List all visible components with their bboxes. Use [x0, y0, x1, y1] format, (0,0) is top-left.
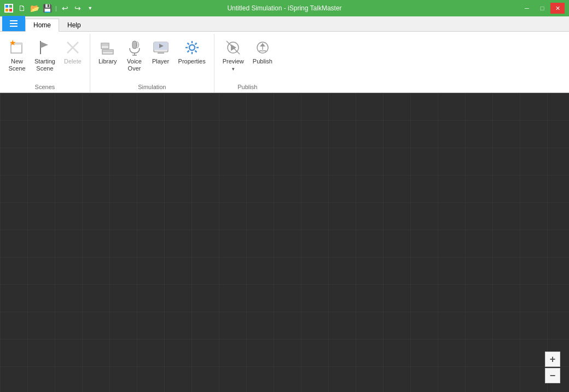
svg-marker-11 [40, 42, 48, 48]
svg-line-31 [195, 51, 196, 52]
svg-rect-1 [9, 5, 12, 8]
redo-button[interactable]: ↪ [72, 3, 83, 14]
new-scene-icon: ★ [8, 39, 26, 56]
window-title: Untitled Simulation - iSpring TalkMaster [227, 4, 341, 12]
preview-icon [224, 39, 242, 56]
svg-line-32 [195, 43, 196, 45]
library-label: Library [98, 58, 117, 65]
quick-access-toolbar: 🗋 📂 💾 | ↩ ↪ ▼ [16, 3, 96, 14]
app-icon [4, 4, 13, 13]
save-button[interactable]: 💾 [42, 3, 53, 14]
flag-icon [36, 39, 54, 56]
simulation-group: Library VoiceOver [90, 34, 214, 92]
preview-dropdown-arrow: ▼ [231, 67, 235, 72]
new-scene-label: NewScene [8, 58, 25, 72]
preview-button[interactable]: Preview ▼ [219, 36, 248, 73]
svg-rect-2 [5, 9, 8, 11]
grid-background [0, 93, 569, 392]
simulation-group-label: Simulation [94, 83, 211, 92]
svg-line-30 [187, 43, 189, 45]
open-button[interactable]: 📂 [29, 3, 40, 14]
minimize-button[interactable]: ─ [520, 3, 534, 14]
titlebar-left: 🗋 📂 💾 | ↩ ↪ ▼ [4, 3, 96, 14]
library-button[interactable]: Library [95, 36, 121, 73]
new-file-button[interactable]: 🗋 [16, 3, 27, 14]
undo-button[interactable]: ↩ [60, 3, 71, 14]
svg-point-25 [189, 45, 195, 50]
svg-rect-3 [9, 9, 12, 11]
delete-button[interactable]: Delete [60, 36, 85, 73]
canvas-area[interactable] [0, 93, 569, 392]
starting-scene-button[interactable]: StartingScene [31, 36, 59, 73]
publish-button[interactable]: Publish [249, 36, 276, 73]
delete-icon [64, 39, 82, 56]
publish-group-label: Publish [218, 83, 277, 92]
zoom-in-button[interactable]: + [545, 352, 560, 367]
svg-rect-6 [10, 26, 18, 27]
svg-rect-18 [132, 41, 137, 49]
zoom-controls: + − [545, 352, 560, 383]
publish-label: Publish [253, 58, 272, 65]
voice-over-label: VoiceOver [127, 58, 142, 72]
simulation-items: Library VoiceOver [94, 34, 211, 83]
main-content: + − [0, 93, 569, 392]
window-controls: ─ □ ✕ [520, 3, 565, 14]
ribbon: ★ NewScene StartingScene [0, 32, 569, 93]
properties-button[interactable]: Properties [175, 36, 210, 73]
player-button[interactable]: Player [148, 36, 173, 73]
scenes-group: ★ NewScene StartingScene [0, 34, 90, 92]
svg-rect-15 [101, 43, 109, 45]
titlebar: 🗋 📂 💾 | ↩ ↪ ▼ Untitled Simulation - iSpr… [0, 0, 569, 16]
preview-label: Preview [223, 58, 244, 65]
restore-button[interactable]: □ [535, 3, 549, 14]
publish-icon [254, 39, 271, 56]
scenes-items: ★ NewScene StartingScene [3, 34, 86, 83]
player-icon [152, 39, 170, 56]
svg-rect-0 [5, 5, 8, 8]
zoom-out-button[interactable]: − [545, 368, 560, 383]
home-tab[interactable]: Home [25, 19, 59, 32]
quick-access-dropdown[interactable]: ▼ [85, 3, 96, 14]
ribbon-tabs: Home Help [0, 16, 569, 32]
voice-over-button[interactable]: VoiceOver [122, 36, 147, 73]
publish-items: Preview ▼ Publish [218, 34, 277, 83]
svg-rect-4 [10, 20, 18, 21]
svg-marker-39 [260, 43, 265, 46]
new-scene-button[interactable]: ★ NewScene [4, 36, 30, 73]
svg-text:★: ★ [9, 39, 16, 47]
delete-label: Delete [64, 58, 82, 65]
gear-icon [183, 39, 201, 56]
starting-scene-label: StartingScene [34, 58, 55, 72]
library-icon [99, 39, 117, 56]
close-button[interactable]: ✕ [550, 3, 565, 14]
voiceover-icon [126, 39, 143, 56]
scenes-group-label: Scenes [3, 83, 86, 92]
help-tab[interactable]: Help [59, 18, 89, 31]
svg-rect-5 [10, 23, 18, 24]
svg-line-33 [187, 51, 189, 52]
svg-rect-17 [102, 50, 113, 52]
publish-group: Preview ▼ Publish Publish [214, 34, 281, 92]
player-label: Player [152, 58, 169, 65]
properties-label: Properties [178, 58, 206, 65]
file-tab[interactable] [2, 16, 25, 31]
